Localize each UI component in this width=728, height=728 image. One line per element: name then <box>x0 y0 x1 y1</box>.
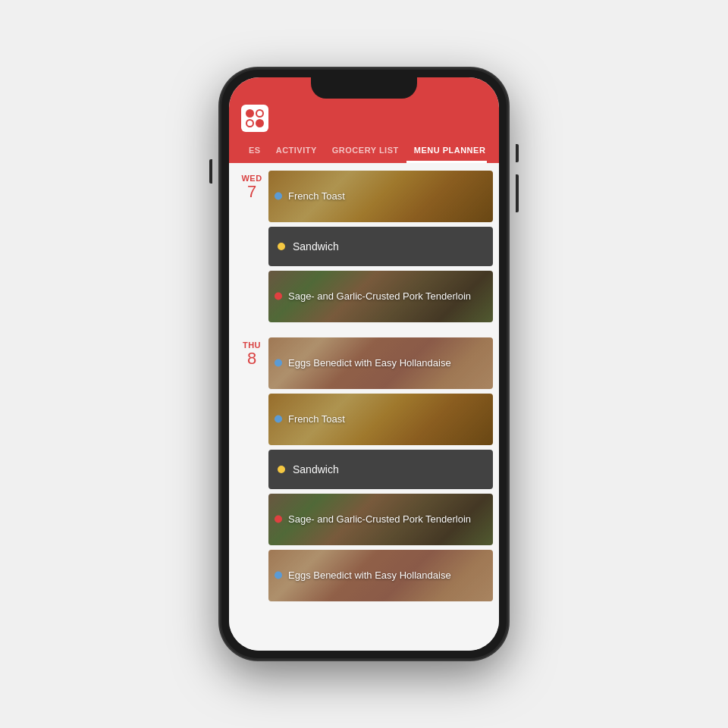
app-content: WED 7 French Toast Sandwich <box>229 163 499 651</box>
logo-cell-3 <box>246 119 254 127</box>
meal-title: Sage- and Garlic-Crusted Pork Tenderloin <box>288 290 471 303</box>
meal-label: Sage- and Garlic-Crusted Pork Tenderloin <box>275 290 471 303</box>
header-top <box>241 105 487 140</box>
meal-label: Eggs Benedict with Easy Hollandaise <box>275 357 451 370</box>
meals-thu: Eggs Benedict with Easy Hollandaise Fren… <box>268 337 493 601</box>
meal-label: Eggs Benedict with Easy Hollandaise <box>275 570 451 582</box>
meal-dot <box>275 359 282 367</box>
meal-title: Sandwich <box>293 240 339 253</box>
tab-activity[interactable]: ACTIVITY <box>268 140 325 163</box>
phone-frame: ES ACTIVITY GROCERY LIST MENU PLANNER WE… <box>220 68 508 660</box>
meal-title: Eggs Benedict with Easy Hollandaise <box>288 570 451 582</box>
meal-title: French Toast <box>288 190 345 203</box>
meal-label: Sage- and Garlic-Crusted Pork Tenderloin <box>275 513 471 526</box>
power-button <box>209 159 212 184</box>
app-logo-inner <box>246 109 264 127</box>
meal-card-1-1[interactable]: French Toast <box>268 394 493 445</box>
meal-title: French Toast <box>288 413 345 426</box>
meal-title: Eggs Benedict with Easy Hollandaise <box>288 357 451 370</box>
day-section-thu: THU 8 Eggs Benedict with Easy Hollandais… <box>229 330 499 609</box>
meals-wed: French Toast Sandwich Sage- and Garlic-C… <box>268 171 493 322</box>
meal-dot <box>275 193 282 200</box>
day-label-wed: WED 7 <box>235 171 268 322</box>
meal-dot <box>275 516 282 523</box>
logo-cell-1 <box>246 109 254 118</box>
app-logo <box>241 105 268 132</box>
day-label-thu: THU 8 <box>235 337 268 601</box>
tab-menu-planner[interactable]: MENU PLANNER <box>406 140 487 163</box>
meal-label: French Toast <box>275 190 345 203</box>
phone-screen: ES ACTIVITY GROCERY LIST MENU PLANNER WE… <box>229 77 499 651</box>
meal-card-1-0[interactable]: Eggs Benedict with Easy Hollandaise <box>268 337 493 389</box>
meal-title: Sage- and Garlic-Crusted Pork Tenderloin <box>288 513 471 526</box>
meal-card-0-2[interactable]: Sage- and Garlic-Crusted Pork Tenderloin <box>268 271 493 322</box>
tab-bar: ES ACTIVITY GROCERY LIST MENU PLANNER <box>241 140 487 163</box>
logo-cell-2 <box>256 109 264 118</box>
day-section-wed: WED 7 French Toast Sandwich <box>229 163 499 330</box>
meal-card-1-3[interactable]: Sage- and Garlic-Crusted Pork Tenderloin <box>268 494 493 545</box>
meal-dot <box>275 572 282 579</box>
meal-dot <box>275 416 282 423</box>
meal-title: Sandwich <box>293 463 339 476</box>
meal-label: French Toast <box>275 413 345 426</box>
notch <box>311 77 417 99</box>
day-number: 7 <box>235 183 268 201</box>
day-number: 8 <box>235 350 268 368</box>
volume-up-button <box>516 144 519 162</box>
meal-card-1-2[interactable]: Sandwich <box>268 450 493 489</box>
meal-card-0-0[interactable]: French Toast <box>268 171 493 222</box>
meal-card-1-4[interactable]: Eggs Benedict with Easy Hollandaise <box>268 550 493 601</box>
tab-grocery-list[interactable]: GROCERY LIST <box>325 140 406 163</box>
meal-dot <box>278 243 285 250</box>
meal-dot <box>275 293 282 300</box>
logo-cell-4 <box>256 119 264 127</box>
meal-dot <box>278 466 285 473</box>
volume-down-button <box>516 174 519 212</box>
logo-grid <box>246 109 264 127</box>
tab-recipes[interactable]: ES <box>241 140 268 163</box>
meal-card-0-1[interactable]: Sandwich <box>268 227 493 266</box>
